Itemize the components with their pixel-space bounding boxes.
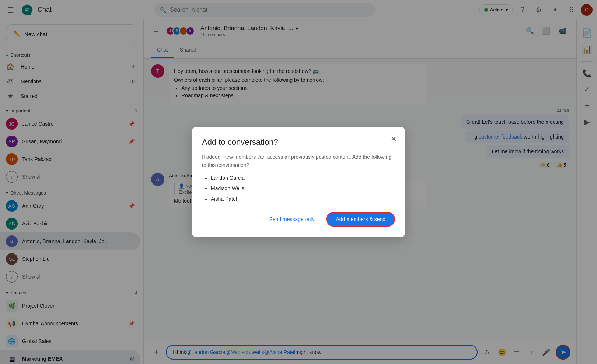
modal-member-1: Landon Garcia — [211, 174, 395, 182]
modal-close-button[interactable]: ✕ — [388, 133, 399, 145]
modal-members-list: Landon Garcia Madison Wells Aisha Patel — [202, 174, 395, 203]
modal-member-3: Aisha Patel — [211, 195, 395, 203]
send-message-only-button[interactable]: Send message only — [262, 212, 322, 227]
modal-actions: Send message only Add members & send — [202, 212, 395, 227]
modal-overlay[interactable]: ✕ Add to conversation? If added, new mem… — [0, 0, 597, 364]
modal-member-2: Madison Wells — [211, 184, 395, 192]
modal-description: If added, new members can access all pre… — [202, 153, 395, 203]
modal-title: Add to conversation? — [202, 137, 395, 147]
add-members-send-button[interactable]: Add members & send — [326, 212, 395, 227]
add-to-conversation-modal: ✕ Add to conversation? If added, new mem… — [192, 127, 405, 237]
modal-desc-text: If added, new members can access all pre… — [202, 154, 391, 168]
